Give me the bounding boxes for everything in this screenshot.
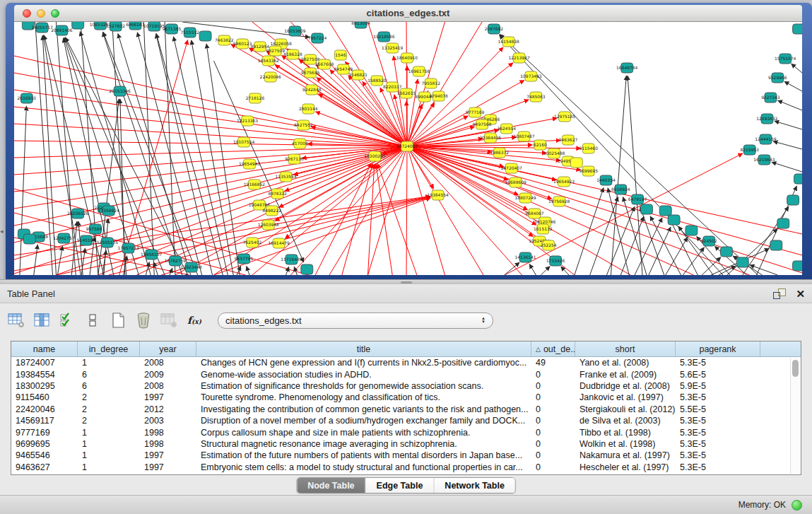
graph-node[interactable]: 18807249 xyxy=(514,193,536,203)
graph-node[interactable]: 15716485 xyxy=(281,255,302,264)
graph-node[interactable] xyxy=(770,240,782,250)
select-all-checks-icon[interactable] xyxy=(57,310,78,331)
graph-node[interactable] xyxy=(72,22,84,29)
edge[interactable] xyxy=(575,187,604,275)
graph-node[interactable]: 19654943 xyxy=(239,159,260,169)
float-panel-icon[interactable] xyxy=(773,288,786,299)
graph-node[interactable] xyxy=(301,264,313,274)
graph-node[interactable]: 10973493 xyxy=(520,71,541,81)
close-panel-icon[interactable]: ✕ xyxy=(796,288,805,299)
graph-node[interactable]: 252254 xyxy=(541,240,557,250)
network-canvas[interactable]: 1872400718300295193845547463822986012389… xyxy=(14,22,802,275)
panel-collapse-icon[interactable]: ◂ xyxy=(0,228,4,235)
graph-node[interactable]: 1546 xyxy=(334,50,346,60)
graph-node[interactable]: 7955812 xyxy=(421,78,440,88)
graph-node[interactable] xyxy=(199,31,211,41)
table-row[interactable]: 977716911998Corpus callosum shape and si… xyxy=(11,426,801,438)
edge[interactable] xyxy=(286,267,289,275)
graph-node[interactable] xyxy=(793,261,802,271)
row-height-icon[interactable] xyxy=(82,310,103,331)
edge[interactable] xyxy=(407,146,483,275)
table-source-select[interactable]: citations_edges.txt ▲▼ xyxy=(218,313,493,329)
graph-node[interactable]: 924502 xyxy=(701,236,717,246)
edge[interactable] xyxy=(775,121,802,129)
column-header-short[interactable]: short xyxy=(575,341,676,356)
graph-node[interactable]: 12975185 xyxy=(554,112,575,122)
graph-node[interactable]: 2718126 xyxy=(246,93,265,103)
graph-node[interactable]: 2667608 xyxy=(315,59,334,69)
graph-node[interactable]: 7957224 xyxy=(308,33,327,43)
edge[interactable] xyxy=(247,266,249,275)
edge[interactable] xyxy=(14,197,430,271)
column-header-in_degree[interactable]: in_degree xyxy=(78,341,140,356)
graph-node[interactable]: 12213967 xyxy=(508,53,529,63)
graph-node[interactable]: 417004 xyxy=(292,139,308,148)
graph-node[interactable]: 12603948 xyxy=(258,220,279,230)
edge[interactable] xyxy=(14,141,407,146)
graph-node[interactable] xyxy=(659,206,671,216)
graph-node[interactable]: 1527602 xyxy=(106,22,125,31)
graph-node[interactable]: 20364436 xyxy=(480,133,501,143)
edge[interactable] xyxy=(57,246,62,275)
graph-node[interactable]: 8186328 xyxy=(283,49,302,59)
edge[interactable] xyxy=(14,107,407,146)
graph-node[interactable]: 8938924 xyxy=(611,185,630,194)
edge[interactable] xyxy=(541,267,550,275)
column-header-year[interactable]: year xyxy=(140,341,196,356)
scrollbar-thumb[interactable] xyxy=(792,360,799,377)
graph-node[interactable]: 8215953 xyxy=(740,145,759,155)
graph-node[interactable]: 16210643 xyxy=(753,155,775,165)
graph-node[interactable]: 9227343 xyxy=(761,93,780,103)
table-row[interactable]: 1830029562008Estimation of significance … xyxy=(11,380,801,392)
graph-node[interactable] xyxy=(641,204,653,214)
graph-node[interactable]: 1733426 xyxy=(546,256,565,266)
edge[interactable] xyxy=(156,34,223,275)
graph-node[interactable]: 10807487 xyxy=(513,132,534,141)
table-row[interactable]: 969969511998Structural magnetic resonanc… xyxy=(11,438,801,450)
edge[interactable] xyxy=(792,64,802,73)
graph-node[interactable]: 6479197 xyxy=(628,194,647,204)
graph-node[interactable]: 20206526 xyxy=(67,209,88,218)
graph-node[interactable]: 12093832 xyxy=(756,114,777,124)
graph-node[interactable]: 18640910 xyxy=(396,53,418,63)
edge[interactable] xyxy=(377,163,417,275)
edge[interactable] xyxy=(727,228,777,275)
graph-node[interactable]: 12444159 xyxy=(755,134,776,144)
function-builder-icon[interactable]: f(x) xyxy=(184,310,205,331)
table-options-icon[interactable] xyxy=(6,310,27,331)
column-header-pagerank[interactable]: pagerank xyxy=(676,341,760,356)
edge[interactable] xyxy=(529,264,536,275)
tab-node-table[interactable]: Node Table xyxy=(297,478,365,493)
graph-node[interactable]: 7485063 xyxy=(526,92,546,102)
graph-node[interactable]: 7625402 xyxy=(243,238,262,247)
graph-node[interactable]: 9329966 xyxy=(768,73,787,83)
table-row[interactable]: 2242004622012Investigating the contribut… xyxy=(11,404,801,415)
edge[interactable] xyxy=(772,162,802,172)
graph-node[interactable]: 9827509 xyxy=(266,46,285,56)
graph-node[interactable] xyxy=(794,174,802,184)
edge[interactable] xyxy=(784,81,802,91)
citation-network-graph[interactable]: 1872400718300295193845547463822986012389… xyxy=(14,22,802,275)
graph-node[interactable]: 14055717 xyxy=(32,23,53,33)
network-window-titlebar[interactable]: citations_edges.txt xyxy=(14,5,802,22)
graph-node[interactable]: 19218586 xyxy=(373,32,394,42)
edge[interactable] xyxy=(98,99,119,275)
column-header-out_de[interactable]: △out_de... xyxy=(531,341,575,356)
graph-node[interactable]: 6466161 xyxy=(126,22,145,30)
table-row[interactable]: 946554611997Estimation of the future num… xyxy=(11,450,801,461)
graph-node[interactable]: 19958107 xyxy=(141,250,162,259)
graph-node[interactable] xyxy=(686,226,698,235)
graph-node[interactable]: 7515512 xyxy=(181,28,200,37)
graph-node[interactable]: 16154838 xyxy=(498,37,519,47)
graph-node[interactable]: 16543362 xyxy=(258,56,279,66)
graph-node[interactable]: 9115460 xyxy=(579,144,598,153)
column-header-name[interactable]: name xyxy=(11,341,78,356)
edge[interactable] xyxy=(407,146,802,255)
graph-node[interactable]: 10025488 xyxy=(543,148,565,158)
graph-node[interactable] xyxy=(787,195,799,205)
graph-node[interactable]: 16648784 xyxy=(616,63,637,73)
graph-node[interactable]: 19654923 xyxy=(553,177,575,187)
graph-node[interactable]: 16961758 xyxy=(408,66,430,76)
graph-node[interactable]: 7463822 xyxy=(215,35,234,45)
graph-node[interactable] xyxy=(668,215,680,225)
